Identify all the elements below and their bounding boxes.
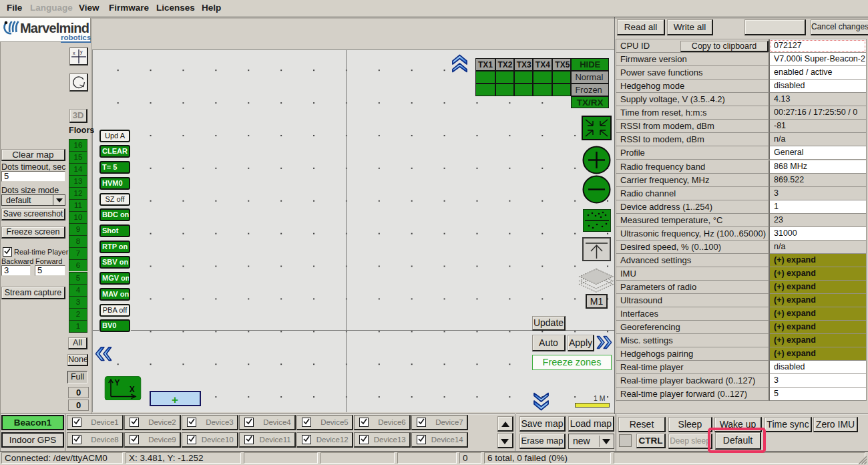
svg-text:y: y	[80, 49, 83, 55]
svg-text:Y: Y	[115, 378, 120, 388]
svg-text:X: X	[130, 385, 135, 394]
svg-text:x: x	[73, 51, 75, 55]
